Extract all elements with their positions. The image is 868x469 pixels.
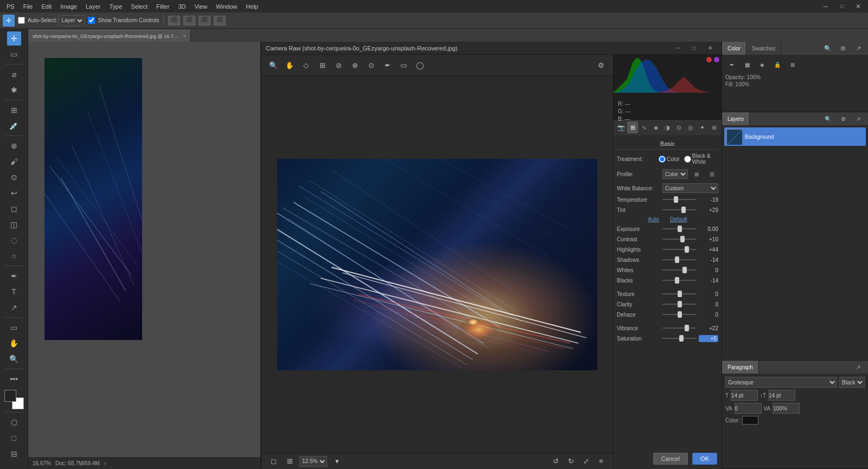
clarity-slider-thumb[interactable] (678, 301, 682, 307)
color-swatch[interactable] (742, 416, 758, 425)
tab-close-button[interactable]: × (183, 33, 186, 39)
cr-image-area[interactable] (261, 76, 613, 453)
cr-hand-tool[interactable]: ✋ (283, 59, 296, 72)
layers-tab[interactable]: Layers (722, 112, 750, 125)
tracking-input[interactable] (773, 403, 800, 414)
history-brush-tool[interactable]: ↩ (7, 186, 21, 200)
menu-ps[interactable]: PS (3, 2, 18, 11)
layers-settings-btn[interactable]: ⚙ (837, 112, 850, 125)
dodge-tool[interactable]: ○ (7, 249, 21, 263)
vibrance-slider-thumb[interactable] (685, 325, 689, 331)
profile-list-btn[interactable]: ☰ (705, 168, 718, 181)
font-family-select[interactable]: Grotesque (725, 377, 837, 388)
temp-slider-container[interactable] (662, 196, 697, 203)
whites-slider-container[interactable] (662, 266, 697, 274)
kerning-input[interactable] (735, 403, 762, 414)
cp-grid-icon[interactable]: ⊞ (786, 58, 799, 71)
clarity-slider-container[interactable] (662, 300, 697, 308)
auto-button[interactable]: Auto (648, 216, 659, 222)
shadows-slider-container[interactable] (662, 256, 697, 264)
cr-crop-tool[interactable]: ⊞ (316, 59, 329, 72)
cr-maximize[interactable]: □ (687, 42, 701, 55)
screen-mode-tool[interactable]: □ (7, 431, 21, 445)
leading-input[interactable] (768, 390, 795, 401)
lasso-tool[interactable]: ⌀ (7, 67, 21, 81)
texture-slider-thumb[interactable] (678, 291, 682, 297)
gradient-tool[interactable]: ◫ (7, 217, 21, 232)
cr-rotate-cw[interactable]: ↻ (564, 455, 577, 468)
blur-tool[interactable]: ◌ (7, 233, 21, 247)
transform-controls-checkbox[interactable] (88, 17, 95, 24)
treatment-bw-option[interactable]: Black & White (684, 153, 718, 165)
eraser-tool[interactable]: ◻ (7, 202, 21, 216)
blacks-slider-thumb[interactable] (675, 277, 679, 284)
shadows-slider-thumb[interactable] (675, 256, 679, 263)
highlights-slider-thumb[interactable] (685, 246, 689, 253)
layers-search-btn[interactable]: 🔍 (821, 112, 834, 125)
treatment-color-option[interactable]: Color (659, 153, 680, 165)
hand-tool[interactable]: ✋ (7, 336, 21, 350)
close-button[interactable]: ✕ (851, 0, 865, 14)
menu-file[interactable]: File (20, 2, 37, 11)
more-tools[interactable]: ••• (7, 372, 21, 386)
align-center-btn[interactable]: ⬛ (183, 16, 195, 25)
cp-lock-icon[interactable]: 🔒 (771, 58, 784, 71)
foreground-color-swatch[interactable] (4, 390, 16, 402)
exposure-slider-thumb[interactable] (678, 226, 682, 232)
contrast-slider-thumb[interactable] (680, 236, 685, 242)
maximize-panel-btn[interactable]: ↗ (852, 42, 865, 55)
pen-tool[interactable]: ✒ (7, 269, 21, 283)
font-style-select[interactable]: Black (839, 377, 865, 388)
menu-filter[interactable]: Filter (152, 2, 173, 11)
profile-grid-btn[interactable]: ⊞ (690, 168, 703, 181)
cp-gradient-icon[interactable]: ▦ (741, 58, 754, 71)
brush-tool[interactable]: 🖌 (7, 155, 21, 169)
cr-preview-toggle[interactable]: ◻ (267, 455, 280, 468)
maximize-button[interactable]: □ (835, 0, 849, 14)
marquee-tool[interactable]: ▭ (7, 47, 21, 61)
path-selection-tool[interactable]: ↗ (7, 300, 21, 314)
cr-redeye[interactable]: ⊙ (365, 59, 378, 72)
temp-slider-thumb[interactable] (674, 196, 678, 203)
menu-type[interactable]: Type (106, 2, 126, 11)
font-size-input[interactable] (731, 390, 758, 401)
whites-slider-thumb[interactable] (682, 267, 687, 273)
cr-minimize[interactable]: ─ (671, 42, 685, 55)
cr-rotate-ccw[interactable]: ↺ (549, 455, 562, 468)
ok-button[interactable]: OK (692, 453, 717, 465)
search-panel-btn[interactable]: 🔍 (821, 42, 834, 55)
shape-tool[interactable]: ▭ (7, 320, 21, 335)
cr-preferences[interactable]: ⚙ (595, 59, 608, 72)
wb-select[interactable]: Custom (662, 183, 718, 193)
cr-close[interactable]: ✕ (703, 42, 717, 55)
minimize-button[interactable]: ─ (819, 0, 833, 14)
menu-image[interactable]: Image (56, 2, 81, 11)
texture-slider-container[interactable] (662, 290, 697, 298)
align-right-btn[interactable]: ⬛ (199, 16, 210, 25)
highlights-slider-container[interactable] (662, 246, 697, 253)
default-button[interactable]: Default (670, 216, 687, 222)
profile-select[interactable]: Color (662, 169, 688, 179)
paragraph-tab[interactable]: Paragraph (722, 361, 759, 374)
cr-graduated-filter[interactable]: ▭ (397, 59, 410, 72)
document-tab[interactable]: shot-by-cerqueira-0o_GEzyargo-unsplash-R… (28, 30, 191, 42)
char-settings-btn[interactable]: ↗ (852, 361, 865, 374)
cr-grid-toggle[interactable]: ⊞ (283, 455, 296, 468)
menu-window[interactable]: Window (212, 2, 241, 11)
menu-view[interactable]: View (190, 2, 211, 11)
zoom-tool[interactable]: 🔍 (7, 352, 21, 366)
magic-wand-tool[interactable]: ✱ (7, 83, 21, 97)
menu-layer[interactable]: Layer (82, 2, 105, 11)
tint-slider-thumb[interactable] (681, 207, 686, 213)
dehaze-slider-container[interactable] (662, 311, 697, 318)
swatches-panel-tab[interactable]: Swatches (746, 42, 781, 55)
crop-tool[interactable]: ⊞ (7, 103, 21, 117)
contrast-slider-container[interactable] (662, 235, 697, 243)
color-panel-tab[interactable]: Color (722, 42, 746, 55)
layer-item-background[interactable]: Background (724, 127, 866, 146)
cr-spot-removal[interactable]: ⊕ (348, 59, 361, 72)
type-tool[interactable]: T (7, 285, 21, 299)
cr-zoom-select[interactable]: 12.5% (299, 456, 327, 467)
cp-fill-icon[interactable]: ◈ (756, 58, 769, 71)
cancel-button[interactable]: Cancel (653, 453, 688, 465)
